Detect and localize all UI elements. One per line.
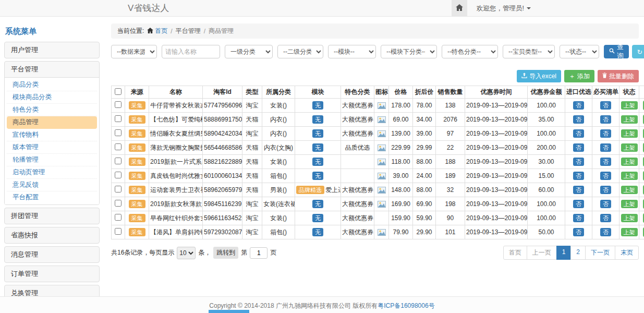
sidebar-item-promo-material[interactable]: 宣传物料 [7, 129, 97, 141]
row-checkbox[interactable] [115, 158, 121, 164]
must-buy-toggle[interactable]: 否 [600, 129, 611, 138]
filter-select-data-source[interactable]: --数据来源-- [111, 45, 157, 58]
status-badge[interactable]: 上架 [621, 214, 638, 222]
pager-button-末页[interactable]: 末页 [615, 246, 639, 260]
sidebar-item-goods-category[interactable]: 商品分类 [7, 79, 97, 91]
table-toolbar: 导入excel ＋ 添加 批量删除 [111, 70, 639, 82]
col-header-进口优选: 进口优选 [565, 86, 592, 99]
imported-toggle[interactable]: 否 [573, 115, 584, 124]
coupon-amount: 50.00 [538, 228, 554, 236]
batch-delete-button[interactable]: 批量删除 [598, 70, 639, 82]
upload-icon [521, 73, 527, 80]
search-button[interactable]: 查询 [604, 45, 629, 58]
sidebar-panel-header-groupbuy[interactable]: 拼团管理 [5, 208, 99, 224]
status-badge[interactable]: 上架 [621, 115, 638, 124]
filter-select-status[interactable]: --状态-- [560, 45, 599, 58]
status-badge[interactable]: 上架 [621, 101, 638, 110]
sidebar-panel-header-user[interactable]: 用户管理 [5, 42, 99, 58]
taoke-id: 577479560965 [204, 102, 242, 109]
must-buy-toggle[interactable]: 否 [600, 214, 611, 222]
row-checkbox[interactable] [115, 200, 121, 207]
import-excel-button[interactable]: 导入excel [517, 70, 561, 82]
row-checkbox[interactable] [115, 228, 121, 235]
sidebar-item-feature-category[interactable]: 特色分类 [7, 104, 97, 116]
coupon-amount: 35.00 [538, 116, 554, 123]
sidebar-panel-header-platform[interactable]: 平台管理 [5, 62, 99, 77]
filter-select-feature-category[interactable]: --特色分类-- [442, 45, 498, 58]
sidebar-item-version-manage[interactable]: 版本管理 [7, 141, 97, 154]
sidebar-item-feedback[interactable]: 意见反馈 [7, 179, 97, 191]
col-header-状态: 状态 [619, 86, 639, 99]
page-number-input[interactable] [250, 247, 268, 259]
breadcrumb-home-link[interactable]: 首页 [147, 27, 167, 35]
user-menu[interactable]: 欢迎您，管理员! [477, 4, 531, 13]
sidebar-item-platform-config[interactable]: 平台配置 [7, 191, 97, 203]
filter-select-level1-category[interactable]: 一级分类 [225, 45, 273, 58]
pager-button-2[interactable]: 2 [570, 246, 586, 260]
must-buy-toggle[interactable]: 否 [600, 200, 611, 208]
imported-toggle[interactable]: 否 [573, 172, 584, 180]
pager-button-首页[interactable]: 首页 [503, 246, 527, 260]
filter-select-item-type[interactable]: --宝贝类型-- [503, 45, 555, 58]
row-checkbox[interactable] [115, 115, 121, 122]
must-buy-toggle[interactable]: 否 [600, 158, 611, 166]
must-buy-toggle[interactable]: 否 [600, 172, 611, 180]
imported-toggle[interactable]: 否 [573, 200, 584, 208]
table-row: 采集薄款无钢圈文胸聚拢性...565446685867天猫内衣(文胸)无品质优选… [112, 141, 644, 155]
imported-toggle[interactable]: 否 [573, 214, 584, 222]
pager-button-上一页[interactable]: 上一页 [527, 246, 557, 260]
filter-name-input[interactable] [162, 45, 220, 58]
sidebar-title: 系统菜单 [5, 27, 100, 37]
discount-price: 88.00 [416, 158, 432, 165]
imported-toggle[interactable]: 否 [573, 158, 584, 166]
add-button[interactable]: ＋ 添加 [564, 70, 594, 82]
sidebar-panel-news: 省惠快报 [4, 227, 100, 244]
filter-select-level2-category[interactable]: --二级分类-- [277, 45, 323, 58]
sidebar-panel-header-order[interactable]: 订单管理 [5, 266, 99, 282]
row-checkbox[interactable] [115, 101, 121, 108]
select-all-checkbox[interactable] [115, 88, 121, 95]
must-buy-toggle[interactable]: 否 [600, 115, 611, 124]
sidebar-panel-header-news[interactable]: 省惠快报 [5, 227, 99, 243]
price: 229.99 [391, 144, 410, 151]
must-buy-toggle[interactable]: 否 [600, 101, 611, 110]
status-badge[interactable]: 上架 [621, 186, 638, 194]
imported-toggle[interactable]: 否 [573, 101, 584, 110]
imported-toggle[interactable]: 否 [573, 143, 584, 152]
home-button[interactable] [452, 0, 467, 17]
icp-link[interactable]: 粤ICP备16098006号 [378, 302, 434, 309]
status-badge[interactable]: 上架 [621, 200, 638, 208]
filter-select-module-sub-category[interactable]: --模块下分类-- [381, 45, 437, 58]
must-buy-toggle[interactable]: 否 [600, 228, 611, 236]
imported-toggle[interactable]: 否 [573, 228, 584, 236]
taoke-id: 588216228899 [204, 158, 242, 165]
row-checkbox[interactable] [115, 143, 121, 150]
sidebar-item-carousel-manage[interactable]: 轮播管理 [7, 154, 97, 166]
col-header-模块: 模块 [295, 86, 341, 99]
reset-button[interactable]: ↻ 重置 [632, 45, 644, 58]
must-buy-toggle[interactable]: 否 [600, 186, 611, 194]
module-badge: 无 [312, 214, 323, 222]
row-checkbox[interactable] [115, 129, 121, 136]
row-checkbox[interactable] [115, 214, 121, 221]
sidebar-item-module-goods-category[interactable]: 模块商品分类 [7, 91, 97, 104]
must-buy-toggle[interactable]: 否 [600, 143, 611, 152]
sidebar-item-splash-manage[interactable]: 启动页管理 [7, 166, 97, 179]
pager-button-1[interactable]: 1 [556, 246, 572, 260]
row-checkbox[interactable] [115, 172, 121, 178]
sidebar-item-goods-manage[interactable]: 商品管理 [7, 116, 97, 129]
status-badge[interactable]: 上架 [621, 143, 638, 152]
status-badge[interactable]: 上架 [621, 158, 638, 166]
jump-button[interactable]: 跳转到 [213, 247, 238, 259]
status-badge[interactable]: 上架 [621, 228, 638, 236]
imported-toggle[interactable]: 否 [573, 129, 584, 138]
imported-toggle[interactable]: 否 [573, 186, 584, 194]
per-page-select[interactable]: 10 [177, 247, 196, 259]
status-badge[interactable]: 上架 [621, 129, 638, 138]
sidebar-panel-header-message[interactable]: 消息管理 [5, 247, 99, 262]
filter-select-module[interactable]: --模块-- [328, 45, 376, 58]
price: 159.90 [391, 214, 410, 222]
row-checkbox[interactable] [115, 186, 121, 192]
status-badge[interactable]: 上架 [621, 172, 638, 180]
pager-button-下一页[interactable]: 下一页 [585, 246, 615, 260]
